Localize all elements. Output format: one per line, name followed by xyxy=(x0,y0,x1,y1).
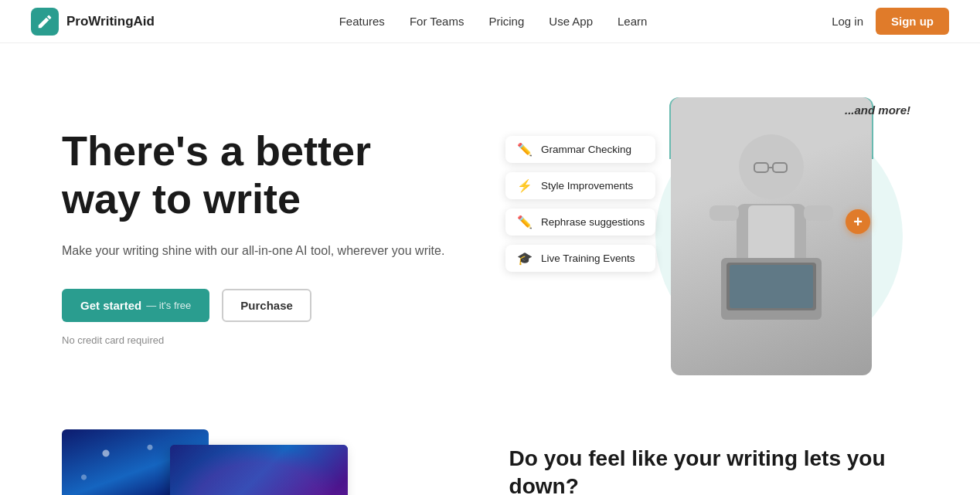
purchase-button[interactable]: Purchase xyxy=(222,289,311,322)
svg-rect-6 xyxy=(709,205,739,221)
nav-item-learn[interactable]: Learn xyxy=(618,15,647,28)
plus-badge: + xyxy=(846,209,870,234)
nav-links: Features For Teams Pricing Use App Learn xyxy=(339,15,648,29)
pencil-icon: ✏️ xyxy=(516,142,533,157)
get-started-button[interactable]: Get started — it's free xyxy=(62,289,209,322)
section2-images: My idea in my head xyxy=(62,429,447,495)
pill-training: 🎓 Live Training Events xyxy=(505,245,655,272)
nav-item-features[interactable]: Features xyxy=(339,15,385,28)
hero-illustration: + ...and more! ✏️ Grammar Checking ⚡ Sty… xyxy=(490,90,918,383)
logo-link[interactable]: ProWritingAid xyxy=(31,8,155,36)
nav-item-pricing[interactable]: Pricing xyxy=(488,15,524,28)
section2-title: Do you feel like your writing lets you d… xyxy=(509,445,918,495)
nav-item-use-app[interactable]: Use App xyxy=(549,15,593,28)
rephrase-icon: ✏️ xyxy=(516,215,533,229)
brand-name: ProWritingAid xyxy=(66,14,155,29)
pill-rephrase: ✏️ Rephrase suggestions xyxy=(505,209,655,236)
section2-text: Do you feel like your writing lets you d… xyxy=(509,429,918,495)
hero-subtitle: Make your writing shine with our all-in-… xyxy=(62,241,473,261)
navbar: ProWritingAid Features For Teams Pricing… xyxy=(0,0,980,43)
hero-title: There's a better way to write xyxy=(62,127,473,222)
login-link[interactable]: Log in xyxy=(832,15,863,28)
logo-icon xyxy=(31,8,59,36)
navbar-right: Log in Sign up xyxy=(832,8,949,35)
hero-left: There's a better way to write Make your … xyxy=(62,127,473,346)
and-more-label: ...and more! xyxy=(845,103,910,117)
svg-rect-10 xyxy=(730,265,813,308)
nav-item-for-teams[interactable]: For Teams xyxy=(410,15,464,28)
hero-section: There's a better way to write Make your … xyxy=(0,43,980,414)
hero-person-image xyxy=(671,97,872,375)
feature-pills: ✏️ Grammar Checking ⚡ Style Improvements… xyxy=(505,136,655,272)
section2: My idea in my head Do you feel like your… xyxy=(0,414,980,495)
logo-svg xyxy=(36,13,53,30)
signup-button[interactable]: Sign up xyxy=(876,8,949,35)
painting-stack: My idea in my head xyxy=(62,429,356,495)
svg-rect-7 xyxy=(804,205,833,221)
painting-front-inner xyxy=(170,445,348,495)
person-placeholder xyxy=(671,97,872,375)
lightning-icon: ⚡ xyxy=(516,178,533,193)
hero-buttons: Get started — it's free Purchase xyxy=(62,289,473,322)
pill-grammar: ✏️ Grammar Checking xyxy=(505,136,655,163)
person-svg xyxy=(694,113,849,360)
painting-front xyxy=(170,445,348,495)
pill-style: ⚡ Style Improvements xyxy=(505,172,655,199)
training-icon: 🎓 xyxy=(516,251,533,266)
no-credit-text: No credit card required xyxy=(62,334,473,346)
